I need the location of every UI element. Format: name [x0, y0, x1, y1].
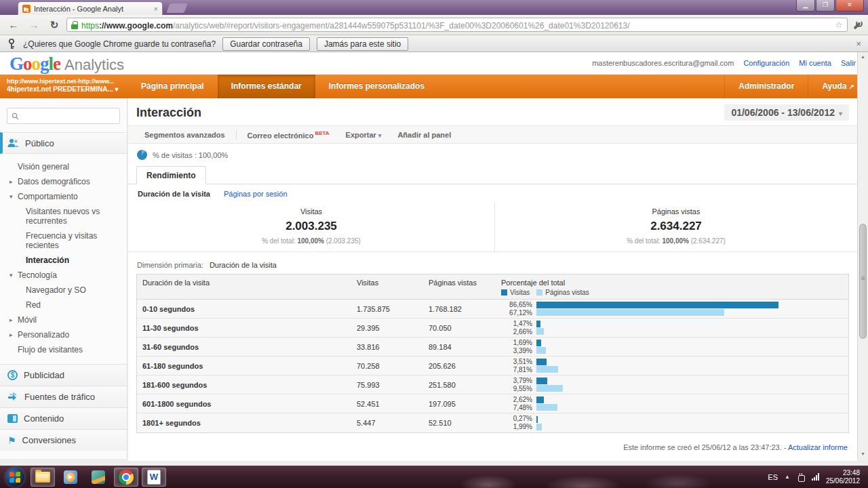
back-button[interactable]: ← — [5, 19, 22, 30]
table-row[interactable]: 0-10 segundos1.735.8751.768.18286,65%67,… — [137, 300, 848, 319]
pageviews-bar — [536, 404, 557, 411]
sidebar-section-label: Contenido — [24, 413, 64, 424]
date-range-selector[interactable]: 01/06/2006 - 13/06/2012▾ — [724, 104, 849, 121]
sidebar-item-personalizado[interactable]: ▸Personalizado — [0, 327, 127, 342]
table-row[interactable]: 11-30 segundos29.39570.0501,47%2,66% — [137, 319, 848, 338]
sidebar-item-label: Visitantes nuevos vs recurrentes — [26, 207, 121, 226]
table-row[interactable]: 31-60 segundos33.81689.1841,69%3,39% — [137, 338, 848, 357]
external-link-icon: ↗ — [849, 83, 854, 90]
sidebar-section-content[interactable]: Contenido — [0, 407, 127, 429]
language-indicator[interactable]: ES — [768, 473, 778, 481]
tab-standard-reports[interactable]: Informes estándar — [218, 75, 315, 98]
new-tab-button[interactable] — [166, 3, 187, 13]
url-bar[interactable]: https://www.google.com/analytics/web/#re… — [66, 18, 848, 32]
bookmark-star-icon[interactable]: ☆ — [835, 20, 843, 30]
sidebar-item-red[interactable]: Red — [0, 298, 127, 312]
sidebar-section-traffic-sources[interactable]: Fuentes de tráfico — [0, 386, 127, 407]
forward-button[interactable]: → — [26, 19, 42, 30]
sidebar-section-conversions[interactable]: ⚑ Conversiones — [0, 429, 127, 451]
save-password-button[interactable]: Guardar contraseña — [222, 37, 310, 51]
cell-duration: 31-60 segundos — [137, 343, 351, 351]
taskbar-word-icon[interactable]: W — [142, 468, 166, 487]
table-row[interactable]: 601-1800 segundos52.451197.0952,62%7,48% — [137, 394, 848, 413]
sidebar-item-navegador-y-so[interactable]: Navegador y SO — [0, 283, 127, 298]
sidebar-section-advertising[interactable]: $ Publicidad — [0, 364, 127, 386]
table-row[interactable]: 1801+ segundos5.44752.5100,27%1,99% — [137, 413, 848, 432]
tab-custom-reports[interactable]: Informes personalizados — [315, 75, 438, 98]
infobar-close-icon[interactable]: × — [856, 39, 861, 49]
sidebar-item-interacción[interactable]: Interacción — [0, 253, 127, 268]
page-scrollbar[interactable]: ▲ ▼ — [857, 52, 868, 459]
cell-duration: 11-30 segundos — [137, 324, 351, 332]
email-button[interactable]: Correo electrónicoBETA — [239, 130, 338, 140]
report-action-bar: Segmentos avanzados Correo electrónicoBE… — [128, 125, 857, 144]
settings-link[interactable]: Configuración — [743, 59, 789, 67]
cell-pct: 3,79%9,55% — [496, 377, 848, 393]
sidebar-item-datos-demográficos[interactable]: ▸Datos demográficos — [0, 174, 127, 189]
sidebar-item-frecuencia-y-visitas-recientes[interactable]: Frecuencia y visitas recientes — [0, 228, 127, 253]
dimension-value[interactable]: Duración de la visita — [210, 261, 277, 269]
sidebar-bottom-sections: $ Publicidad Fuentes de tráfico Contenid… — [0, 364, 127, 451]
https-lock-icon — [71, 21, 78, 29]
sidebar-item-visión-general[interactable]: Visión general — [0, 159, 127, 174]
sidebar-item-visitantes-nuevos-vs-recurrentes[interactable]: Visitantes nuevos vs recurrentes — [0, 204, 127, 228]
table-row[interactable]: 61-180 segundos70.258205.6263,51%7,81% — [137, 357, 848, 375]
search-icon — [12, 113, 19, 120]
close-button[interactable]: ✕ — [835, 0, 864, 12]
scorecard-subtitle: % del total: 100,00% (2.003.235) — [128, 237, 494, 245]
reload-button[interactable]: ↻ — [46, 19, 62, 31]
minimize-button[interactable]: ▁ — [796, 0, 815, 12]
taskbar-explorer-icon[interactable] — [31, 468, 55, 487]
my-account-link[interactable]: Mi cuenta — [799, 59, 831, 67]
pageviews-bar — [536, 366, 558, 373]
admin-button[interactable]: Administrador — [724, 75, 808, 98]
sidebar-item-flujo-de-visitantes[interactable]: Flujo de visitantes — [0, 342, 127, 357]
sidebar-item-comportamiento[interactable]: ▾Comportamiento — [0, 189, 127, 204]
table-row[interactable]: 181-600 segundos75.993251.5803,79%9,55% — [137, 375, 848, 394]
header-duration[interactable]: Duración de la visita — [137, 274, 351, 299]
visits-bar — [536, 378, 547, 384]
pageviews-bar — [536, 347, 546, 354]
metric-link-pages[interactable]: Páginas por sesión — [224, 190, 288, 198]
header-pct-total: Porcentaje del total Visitas Páginas vis… — [496, 274, 848, 299]
property-selector[interactable]: http://www.hipertext.net-http://www... 4… — [0, 75, 127, 98]
header-pageviews[interactable]: Páginas vistas — [423, 274, 496, 299]
tab-home[interactable]: Página principal — [127, 75, 218, 98]
advanced-segments-button[interactable]: Segmentos avanzados — [136, 131, 233, 139]
dollar-circle-icon: $ — [7, 370, 18, 380]
taskbar-chrome-icon[interactable] — [114, 468, 138, 487]
chevron-right-icon: ▸ — [9, 330, 16, 340]
tab-close-icon[interactable]: × — [154, 5, 158, 13]
sidebar-search-input[interactable] — [7, 108, 120, 124]
scrollbar-thumb[interactable] — [859, 224, 867, 339]
tray-expand-icon[interactable]: ▲ — [785, 474, 790, 480]
refresh-report-link[interactable]: Actualizar informe — [788, 443, 848, 451]
cell-duration: 61-180 segundos — [137, 362, 351, 370]
scroll-down-icon[interactable]: ▼ — [858, 449, 868, 459]
sidebar-section-label: Fuentes de tráfico — [24, 392, 95, 402]
account-email: masterenbuscadores.escritura@gmail.com — [592, 59, 734, 67]
clock[interactable]: 23:48 25/06/2012 — [826, 469, 860, 485]
folder-icon — [35, 472, 50, 483]
start-button[interactable] — [5, 468, 24, 487]
signout-link[interactable]: Salir — [841, 59, 856, 67]
power-plug-icon[interactable] — [797, 473, 805, 481]
password-infobar: ¿Quieres que Google Chrome guarde tu con… — [0, 36, 868, 52]
visits-pct: 3,79% — [498, 377, 532, 385]
sidebar-item-tecnología[interactable]: ▾Tecnología — [0, 268, 127, 283]
sidebar-section-audience[interactable]: Público — [0, 132, 127, 154]
taskbar-app-icon[interactable] — [86, 468, 111, 487]
browser-tab[interactable]: Interacción - Google Analyt × — [18, 1, 163, 15]
wrench-menu-icon[interactable] — [852, 20, 863, 30]
sidebar-item-móvil[interactable]: ▸Móvil — [0, 312, 127, 327]
taskbar-media-player-icon[interactable]: ▶ — [58, 468, 83, 487]
network-signal-icon[interactable] — [812, 473, 819, 481]
export-button[interactable]: Exportar▾ — [338, 131, 390, 139]
never-save-button[interactable]: Jamás para este sitio — [317, 37, 408, 51]
scroll-up-icon[interactable]: ▲ — [858, 52, 868, 62]
add-to-dashboard-button[interactable]: Añadir al panel — [389, 131, 459, 139]
metric-link-duration[interactable]: Duración de la visita — [138, 190, 210, 198]
tab-performance[interactable]: Rendimiento — [136, 166, 206, 184]
maximize-button[interactable]: ❐ — [816, 0, 835, 12]
header-visits[interactable]: Visitas — [351, 274, 423, 299]
